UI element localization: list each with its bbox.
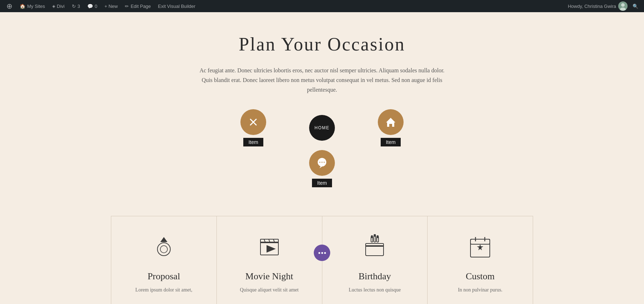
my-sites-label: My Sites — [27, 4, 45, 9]
house-icon — [385, 116, 397, 128]
svg-point-24 — [371, 236, 373, 238]
circle-navigation: Item HOME Item — [250, 109, 394, 187]
updates-menu[interactable]: ↻ 3 — [68, 0, 84, 12]
custom-title: Custom — [438, 271, 522, 282]
svg-marker-8 — [319, 166, 323, 168]
tools-icon — [248, 116, 259, 128]
tools-circle-button[interactable] — [240, 109, 266, 135]
home-icon-circle-button[interactable] — [378, 109, 404, 135]
admin-bar: ⊕ 🏠 My Sites ◈ Divi ↻ 3 💬 0 + New ✏ Edit… — [0, 0, 644, 12]
svg-point-11 — [324, 161, 325, 163]
dot-2 — [321, 252, 323, 254]
new-label: + New — [104, 4, 118, 9]
birthday-title: Birthday — [333, 271, 417, 282]
edit-page-label: Edit Page — [131, 4, 151, 9]
update-count: 3 — [78, 4, 80, 9]
hero-description: Ac feugiat ante. Donec ultricies loborti… — [197, 66, 447, 95]
user-avatar[interactable] — [618, 1, 628, 11]
cake-icon — [333, 234, 417, 264]
new-menu[interactable]: + New — [101, 0, 121, 12]
svg-marker-12 — [160, 237, 167, 242]
ring-icon — [122, 234, 206, 264]
hero-section: Plan Your Occasion Ac feugiat ante. Done… — [0, 12, 644, 209]
comments-count: 0 — [95, 4, 97, 9]
chat-circle-button[interactable] — [309, 150, 335, 176]
dot-3 — [324, 252, 326, 254]
custom-text: In non pulvinar purus. — [438, 286, 522, 294]
movie-night-text: Quisque aliquet velit sit amet — [228, 286, 311, 294]
svg-rect-27 — [366, 246, 384, 256]
exit-builder-label: Exit Visual Builder — [158, 4, 196, 9]
svg-point-25 — [374, 234, 376, 236]
my-sites-menu[interactable]: 🏠 My Sites — [16, 0, 49, 12]
search-icon: 🔍 — [633, 4, 638, 9]
comments-icon: 💬 — [87, 4, 93, 9]
nav-item-home[interactable]: Item — [378, 109, 404, 146]
chat-icon — [316, 157, 328, 169]
svg-point-10 — [322, 161, 323, 163]
proposal-card: Proposal Lorem ipsum dolor sit amet, — [111, 216, 217, 304]
divi-label: Divi — [57, 4, 65, 9]
movie-night-card: Movie Night Quisque aliquet velit sit am… — [217, 216, 322, 304]
wordpress-icon: ⊕ — [6, 2, 13, 10]
svg-point-13 — [157, 243, 170, 256]
edit-page-button[interactable]: ✏ Edit Page — [121, 0, 154, 12]
home-circle-button[interactable]: HOME — [309, 115, 335, 141]
dot-1 — [318, 252, 320, 254]
divi-menu[interactable]: ◈ Divi — [49, 0, 68, 12]
exit-visual-builder-button[interactable]: Exit Visual Builder — [155, 0, 199, 12]
svg-marker-33 — [477, 244, 483, 250]
edit-icon: ✏ — [125, 4, 129, 9]
svg-point-1 — [621, 3, 625, 7]
svg-point-26 — [377, 236, 379, 238]
nav-item-tools[interactable]: Item — [240, 109, 266, 146]
page-title: Plan Your Occasion — [7, 34, 637, 55]
calendar-star-icon — [438, 234, 522, 264]
home-item-label: Item — [381, 138, 400, 146]
wordpress-logo[interactable]: ⊕ — [3, 0, 16, 12]
proposal-text: Lorem ipsum dolor sit amet, — [122, 286, 206, 294]
movie-night-title: Movie Night — [228, 271, 311, 282]
proposal-title: Proposal — [122, 271, 206, 282]
svg-point-9 — [319, 161, 321, 163]
divi-icon: ◈ — [52, 4, 55, 9]
birthday-card: Birthday Luctus lectus non quisque — [322, 216, 428, 304]
home-text: HOME — [314, 125, 330, 130]
floating-menu-button[interactable] — [314, 245, 330, 261]
svg-marker-20 — [267, 246, 275, 252]
comments-menu[interactable]: 💬 0 — [84, 0, 101, 12]
svg-rect-30 — [470, 239, 490, 244]
svg-point-14 — [160, 246, 167, 253]
updates-icon: ↻ — [72, 4, 76, 9]
sites-icon: 🏠 — [20, 4, 25, 9]
nav-item-chat[interactable]: Item — [309, 150, 335, 187]
clapper-icon — [228, 234, 311, 264]
search-button[interactable]: 🔍 — [630, 4, 641, 9]
birthday-text: Luctus lectus non quisque — [333, 286, 417, 294]
user-greeting: Howdy, Christina Gwira — [568, 4, 616, 9]
nav-item-home-center[interactable]: HOME — [309, 115, 335, 141]
tools-item-label: Item — [243, 138, 263, 146]
custom-card: Custom In non pulvinar purus. — [428, 216, 533, 304]
chat-item-label: Item — [312, 179, 332, 187]
